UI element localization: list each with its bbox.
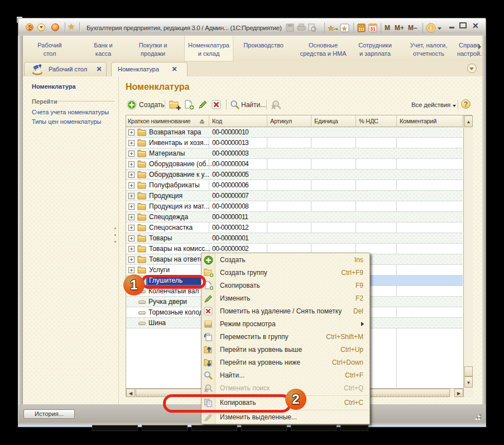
svg-text:31: 31 xyxy=(370,26,376,32)
svg-text:M–: M– xyxy=(408,24,417,32)
svg-text:i: i xyxy=(430,25,432,31)
svg-text:M: M xyxy=(385,24,390,32)
svg-text:★: ★ xyxy=(328,24,334,32)
svg-text:M+: M+ xyxy=(395,24,404,32)
svg-text:★: ★ xyxy=(342,25,347,32)
